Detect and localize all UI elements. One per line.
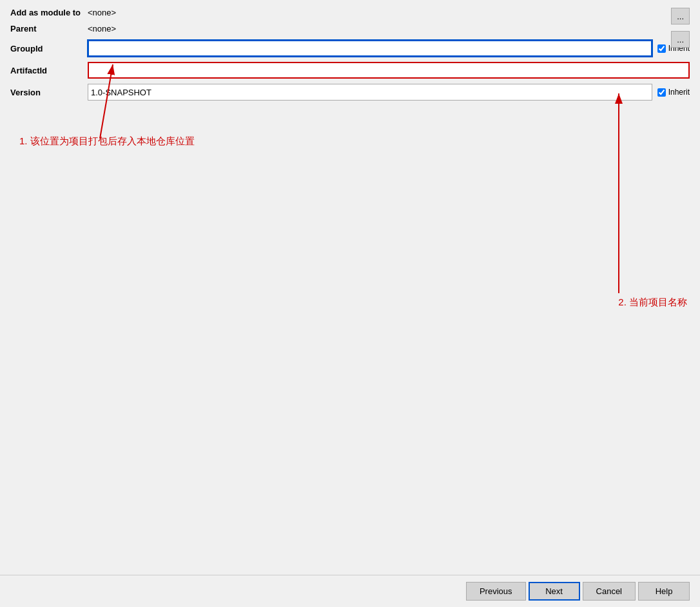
parent-dots-button[interactable]: ... bbox=[671, 31, 690, 48]
version-inherit: Inherit bbox=[657, 88, 690, 97]
form-area: Add as module to <none> ... Parent <none… bbox=[0, 0, 700, 575]
artifactid-row: ArtifactId bbox=[10, 62, 690, 79]
add-module-row: Add as module to <none> bbox=[10, 8, 690, 17]
add-module-dots-button[interactable]: ... bbox=[671, 8, 690, 24]
artifactid-label: ArtifactId bbox=[10, 66, 88, 75]
groupid-input[interactable] bbox=[88, 40, 652, 57]
groupid-label: GroupId bbox=[10, 44, 88, 53]
version-label: Version bbox=[10, 88, 88, 97]
groupid-row: GroupId Inherit bbox=[10, 40, 690, 57]
dialog: Add as module to <none> ... Parent <none… bbox=[0, 0, 700, 607]
add-module-value: <none> bbox=[88, 8, 690, 17]
parent-label: Parent bbox=[10, 24, 88, 34]
cancel-button[interactable]: Cancel bbox=[583, 582, 636, 601]
next-button[interactable]: Next bbox=[529, 582, 580, 601]
version-input[interactable] bbox=[88, 84, 652, 101]
version-row: Version Inherit bbox=[10, 84, 690, 101]
version-inherit-checkbox[interactable] bbox=[657, 88, 666, 97]
add-module-label: Add as module to bbox=[10, 8, 88, 17]
version-input-wrapper bbox=[88, 84, 652, 101]
groupid-inherit-checkbox[interactable] bbox=[657, 44, 666, 53]
groupid-input-wrapper bbox=[88, 40, 652, 57]
help-button[interactable]: Help bbox=[638, 582, 690, 601]
previous-button[interactable]: Previous bbox=[466, 582, 526, 601]
version-inherit-label: Inherit bbox=[668, 88, 690, 97]
button-bar: Previous Next Cancel Help bbox=[0, 575, 700, 607]
artifactid-input-wrapper bbox=[88, 62, 690, 79]
parent-value: <none> bbox=[88, 24, 690, 34]
annotation-1: 1. 该位置为项目打包后存入本地仓库位置 bbox=[19, 135, 195, 148]
annotation-2: 2. 当前项目名称 bbox=[618, 296, 687, 309]
parent-row: Parent <none> bbox=[10, 24, 690, 34]
artifactid-input[interactable] bbox=[88, 62, 690, 79]
